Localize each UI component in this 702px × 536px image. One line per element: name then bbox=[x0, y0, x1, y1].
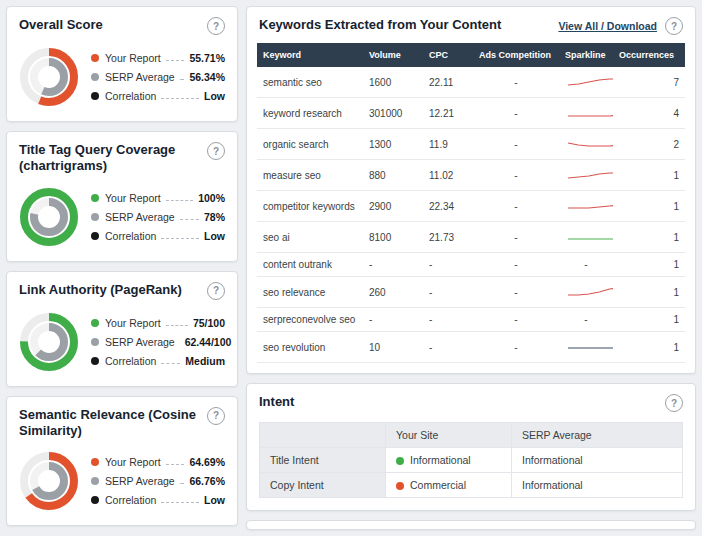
occurrences-cell: 4 bbox=[613, 98, 685, 129]
sparkline-chart bbox=[565, 135, 613, 153]
sparkline-cell: - bbox=[559, 253, 613, 277]
sparkline-cell: - bbox=[559, 308, 613, 332]
occurrences-cell: 1 bbox=[613, 332, 685, 363]
metric-row: Correlation Medium bbox=[91, 355, 225, 367]
metric-value: Low bbox=[204, 90, 225, 102]
help-icon[interactable]: ? bbox=[665, 17, 683, 35]
intent-your-site-value: Informational bbox=[410, 454, 471, 466]
volume-cell: 1600 bbox=[363, 67, 423, 98]
intent-row: Title Intent Informational Informational bbox=[260, 448, 683, 473]
metric-label: SERP Average bbox=[105, 475, 175, 487]
metric-label: Your Report bbox=[105, 456, 161, 468]
keyword-table-row: serpreconevolve seo - - - - 1 bbox=[257, 308, 685, 332]
occurrences-cell: 1 bbox=[613, 222, 685, 253]
metric-value: 78% bbox=[204, 211, 225, 223]
metric-value: 66.76% bbox=[189, 475, 225, 487]
keyword-cell: competitor keywords bbox=[257, 191, 363, 222]
ads-competition-cell: - bbox=[473, 191, 559, 222]
dotted-leader bbox=[180, 483, 185, 484]
metric-label: Your Report bbox=[105, 192, 161, 204]
dotted-leader bbox=[166, 325, 188, 326]
intent-card: Intent ? Your Site SERP Average Title bbox=[246, 383, 696, 511]
metric-value: Low bbox=[204, 494, 225, 506]
keyword-cell: semantic seo bbox=[257, 67, 363, 98]
score-body: Your Report 100% SERP Average 78% Correl… bbox=[7, 179, 237, 261]
ads-competition-cell: - bbox=[473, 222, 559, 253]
sparkline-cell bbox=[559, 98, 613, 129]
help-icon[interactable]: ? bbox=[207, 282, 225, 300]
metric-row: Your Report 100% bbox=[91, 192, 225, 204]
view-all-download-link[interactable]: View All / Download bbox=[558, 20, 657, 32]
ads-competition-cell: - bbox=[473, 67, 559, 98]
sparkline-chart bbox=[565, 197, 613, 215]
card-header: Intent ? bbox=[247, 384, 695, 416]
metric-label: Correlation bbox=[105, 230, 156, 242]
keyword-cell: seo relevance bbox=[257, 277, 363, 308]
metric-label: SERP Average bbox=[105, 71, 175, 83]
card-header: Link Authority (PageRank) ? bbox=[7, 272, 237, 304]
card-title: Overall Score bbox=[19, 17, 103, 33]
card-header: Overall Score ? bbox=[7, 7, 237, 39]
keyword-cell: content outrank bbox=[257, 253, 363, 277]
metric-label: Correlation bbox=[105, 494, 156, 506]
metric-label: Correlation bbox=[105, 355, 156, 367]
intent-row-label: Copy Intent bbox=[260, 473, 386, 498]
intent-dot bbox=[396, 457, 404, 465]
sparkline-chart bbox=[565, 166, 613, 184]
cpc-cell: - bbox=[423, 308, 473, 332]
intent-header-blank bbox=[260, 423, 386, 448]
ads-competition-cell: - bbox=[473, 129, 559, 160]
sparkline-chart bbox=[565, 228, 613, 246]
metric-dot bbox=[91, 319, 99, 327]
card-header: Keywords Extracted from Your Content Vie… bbox=[247, 7, 695, 39]
column-header-keyword: Keyword bbox=[257, 43, 363, 67]
card-header: Semantic Relevance (Cosine Similarity) ? bbox=[7, 397, 237, 444]
dotted-leader bbox=[166, 60, 185, 61]
card-title: Intent bbox=[259, 394, 294, 410]
link-authority-card: Link Authority (PageRank) ? Your Report … bbox=[6, 271, 238, 387]
metric-row: Your Report 75/100 bbox=[91, 317, 225, 329]
keywords-card: Keywords Extracted from Your Content Vie… bbox=[246, 6, 696, 374]
metric-dot bbox=[91, 213, 99, 221]
cpc-cell: 11.02 bbox=[423, 160, 473, 191]
occurrences-cell: 1 bbox=[613, 277, 685, 308]
sparkline-chart bbox=[565, 73, 613, 91]
score-body: Your Report 55.71% SERP Average 56.34% C… bbox=[7, 39, 237, 121]
metric-row: SERP Average 56.34% bbox=[91, 71, 225, 83]
dotted-leader bbox=[161, 363, 180, 364]
help-icon[interactable]: ? bbox=[207, 142, 225, 160]
column-header-ads-competition: Ads Competition bbox=[473, 43, 559, 67]
overall-score-donut-chart bbox=[19, 47, 79, 107]
keyword-cell: keyword research bbox=[257, 98, 363, 129]
occurrences-cell: 7 bbox=[613, 67, 685, 98]
sparkline-cell bbox=[559, 129, 613, 160]
volume-cell: 260 bbox=[363, 277, 423, 308]
metric-dot bbox=[91, 357, 99, 365]
sparkline-chart bbox=[565, 283, 613, 301]
metric-dot bbox=[91, 338, 99, 346]
cpc-cell: 11.9 bbox=[423, 129, 473, 160]
column-header-volume: Volume bbox=[363, 43, 423, 67]
help-icon[interactable]: ? bbox=[207, 407, 225, 425]
metric-row: Correlation Low bbox=[91, 494, 225, 506]
sparkline-cell bbox=[559, 222, 613, 253]
overall-score-card: Overall Score ? Your Report 55.71% SERP … bbox=[6, 6, 238, 122]
intent-serp-average-cell: Informational bbox=[512, 448, 683, 473]
metric-value: Medium bbox=[185, 355, 225, 367]
intent-your-site-value: Commercial bbox=[410, 479, 466, 491]
metric-dot bbox=[91, 232, 99, 240]
keyword-cell: seo ai bbox=[257, 222, 363, 253]
keyword-table-row: organic search 1300 11.9 - 2 bbox=[257, 129, 685, 160]
help-icon[interactable]: ? bbox=[665, 394, 683, 412]
card-title: Semantic Relevance (Cosine Similarity) bbox=[19, 407, 199, 440]
help-icon[interactable]: ? bbox=[207, 17, 225, 35]
metric-label: SERP Average bbox=[105, 211, 175, 223]
metric-value: 100% bbox=[198, 192, 225, 204]
dotted-leader bbox=[180, 219, 199, 220]
metric-row: SERP Average 66.76% bbox=[91, 475, 225, 487]
ads-competition-cell: - bbox=[473, 277, 559, 308]
sparkline-chart bbox=[565, 338, 613, 356]
ads-competition-cell: - bbox=[473, 308, 559, 332]
semantic-relevance-card: Semantic Relevance (Cosine Similarity) ?… bbox=[6, 396, 238, 527]
metric-row: Correlation Low bbox=[91, 90, 225, 102]
